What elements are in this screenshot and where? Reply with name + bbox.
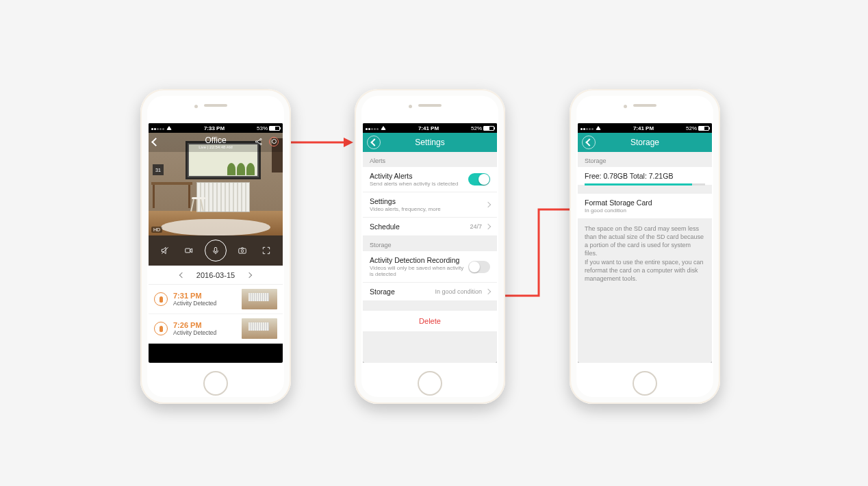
- phone-speaker: [204, 104, 227, 107]
- home-button[interactable]: [418, 371, 442, 396]
- wifi-icon: [596, 125, 601, 131]
- svg-rect-12: [239, 248, 246, 253]
- status-bar: 7:33 PM 53%: [149, 123, 283, 133]
- row-activity-detection-recording[interactable]: Activity Detection RecordingVideos will …: [363, 251, 497, 283]
- svg-point-5: [260, 138, 261, 140]
- chevron-right-icon: [485, 224, 491, 229]
- person-icon: [154, 292, 168, 306]
- section-label-storage: Storage: [578, 152, 712, 167]
- hd-badge: HD: [151, 227, 162, 233]
- screen-live: 7:33 PM 53% 31 HD OfficeLive | 22:54:48 …: [149, 123, 283, 363]
- chevron-right-icon: [485, 289, 491, 294]
- person-icon: [154, 322, 168, 335]
- page-title: Settings: [415, 138, 444, 147]
- delete-button[interactable]: Delete: [363, 311, 497, 331]
- status-bar: 7:41 PM 52%: [363, 123, 497, 133]
- svg-line-8: [257, 142, 260, 143]
- camera-title: OfficeLive | 22:54:48 AM: [199, 136, 233, 149]
- row-storage[interactable]: Storage In good condition: [363, 283, 497, 301]
- status-time: 7:33 PM: [204, 125, 225, 131]
- battery-icon: [698, 126, 709, 131]
- phone-front-camera: [624, 105, 627, 108]
- page-title: Storage: [630, 138, 659, 147]
- battery-percent: 53%: [257, 125, 268, 131]
- share-icon[interactable]: [254, 137, 264, 149]
- gear-icon[interactable]: [269, 137, 279, 146]
- wifi-icon: [381, 125, 386, 131]
- svg-marker-1: [344, 138, 353, 147]
- phone-live-view: 7:33 PM 53% 31 HD OfficeLive | 22:54:48 …: [140, 89, 291, 404]
- home-button[interactable]: [203, 371, 228, 396]
- microphone-button[interactable]: [205, 240, 227, 261]
- date-next-button[interactable]: [246, 272, 252, 277]
- mute-icon[interactable]: [157, 242, 173, 259]
- battery-percent: 52%: [471, 125, 482, 131]
- home-button[interactable]: [633, 371, 657, 396]
- phone-front-camera: [409, 105, 412, 108]
- arrow-gear-to-settings: [285, 136, 353, 149]
- event-label: Activity Detected: [173, 300, 236, 307]
- storage-progress-fill: [585, 183, 692, 186]
- back-button[interactable]: [367, 136, 381, 149]
- date-navigator: 2016-03-15: [149, 266, 283, 285]
- event-time: 7:31 PM: [173, 292, 236, 300]
- row-activity-alerts[interactable]: Activity AlertsSend alerts when activity…: [363, 167, 497, 192]
- event-list: 7:31 PMActivity Detected 7:26 PMActivity…: [149, 285, 283, 344]
- snapshot-icon[interactable]: [234, 242, 251, 259]
- event-label: Activity Detected: [173, 329, 236, 336]
- svg-rect-11: [214, 247, 217, 251]
- row-free-total: Free: 0.78GB Total: 7.21GB: [578, 167, 712, 185]
- phone-storage: 7:41 PM 52% Storage Storage Free: 0.78GB…: [570, 89, 720, 404]
- video-controls: [149, 235, 283, 266]
- event-time: 7:26 PM: [173, 321, 236, 329]
- toggle-adr[interactable]: [468, 261, 490, 273]
- event-thumbnail: [242, 289, 277, 309]
- phone-settings: 7:41 PM 52% Settings Alerts Activity Ale…: [355, 89, 505, 404]
- battery-percent: 52%: [686, 125, 697, 131]
- status-time: 7:41 PM: [418, 125, 439, 131]
- screen-settings: 7:41 PM 52% Settings Alerts Activity Ale…: [363, 123, 497, 363]
- screen-storage: 7:41 PM 52% Storage Storage Free: 0.78GB…: [578, 123, 712, 363]
- battery-icon: [483, 126, 494, 131]
- section-label-storage: Storage: [363, 236, 497, 251]
- phone-front-camera: [194, 105, 198, 108]
- toggle-activity-alerts[interactable]: [468, 173, 490, 186]
- settings-header: Settings: [363, 133, 497, 152]
- date-label: 2016-03-15: [196, 271, 235, 279]
- storage-header: Storage: [578, 133, 712, 152]
- record-icon[interactable]: [181, 242, 197, 259]
- back-button[interactable]: [153, 138, 159, 147]
- date-prev-button[interactable]: [179, 272, 185, 277]
- event-item[interactable]: 7:26 PMActivity Detected: [149, 314, 283, 344]
- section-label-alerts: Alerts: [363, 152, 497, 167]
- storage-info-text: The space on the SD card may seem less t…: [578, 219, 712, 288]
- event-item[interactable]: 7:31 PMActivity Detected: [149, 285, 283, 314]
- storage-status: In good condition: [435, 288, 482, 295]
- row-alert-settings[interactable]: SettingsVideo alerts, frequency, more: [363, 192, 497, 218]
- status-time: 7:41 PM: [633, 125, 654, 131]
- phone-speaker: [418, 104, 442, 107]
- phone-speaker: [633, 104, 656, 107]
- fullscreen-icon[interactable]: [258, 242, 275, 259]
- svg-point-13: [241, 250, 244, 253]
- event-thumbnail: [242, 318, 277, 339]
- wifi-icon: [166, 125, 172, 131]
- schedule-value: 24/7: [470, 223, 482, 230]
- row-schedule[interactable]: Schedule 24/7: [363, 218, 497, 236]
- svg-point-4: [255, 140, 257, 142]
- calendar-icon: 31: [153, 164, 164, 175]
- back-button[interactable]: [582, 136, 596, 149]
- status-bar: 7:41 PM 52%: [578, 123, 712, 133]
- storage-progress: [585, 183, 705, 186]
- row-format-storage[interactable]: Format Storage CardIn good condition: [578, 194, 712, 219]
- svg-line-7: [257, 140, 260, 141]
- chevron-right-icon: [485, 202, 491, 207]
- battery-icon: [269, 126, 280, 131]
- svg-point-6: [260, 143, 261, 144]
- svg-rect-10: [186, 248, 190, 253]
